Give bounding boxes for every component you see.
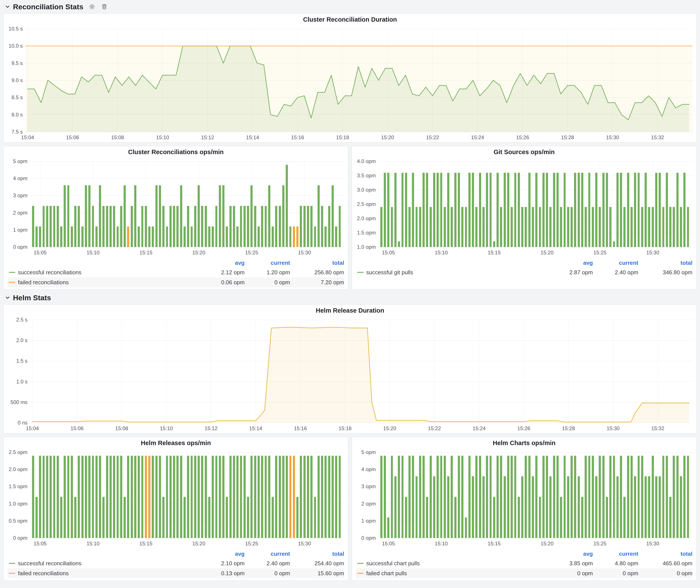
cluster-reconciliation-duration-svg[interactable]: 15:0415:0615:0815:1015:1215:1415:1615:18… — [4, 25, 696, 142]
helm-release-duration-svg[interactable]: 15:0415:0615:0815:1015:1215:1415:1615:18… — [4, 316, 696, 433]
svg-text:15:06: 15:06 — [71, 425, 84, 431]
svg-text:3 opm: 3 opm — [361, 483, 376, 489]
series-color-dash — [357, 563, 364, 564]
svg-text:15:16: 15:16 — [291, 134, 304, 140]
legend-total-value: 254.40 opm — [290, 560, 344, 567]
panel-helm-charts-opm: Helm Charts ops/min 15:0515:1015:1515:20… — [352, 437, 697, 581]
panel-title[interactable]: Helm Charts ops/min — [352, 437, 696, 449]
svg-text:1.5 opm: 1.5 opm — [9, 483, 27, 489]
legend-avg-value: 0.06 opm — [197, 279, 245, 286]
legend-series-label[interactable]: successful reconciliations — [18, 560, 81, 567]
svg-text:2.5 opm: 2.5 opm — [9, 449, 27, 455]
chart-helm-releases-opm[interactable]: 15:0515:1015:1515:2015:2515:300 opm0.5 o… — [4, 449, 348, 548]
trash-icon[interactable] — [101, 3, 108, 10]
legend-series-label[interactable]: failed reconciliations — [18, 279, 69, 286]
chart-cluster-reconciliations-opm[interactable]: 15:0515:1015:1515:2015:2515:300 opm1 opm… — [4, 158, 348, 257]
svg-text:9.5 s: 9.5 s — [11, 60, 23, 66]
helm-charts-opm-svg[interactable]: 15:0515:1015:1515:2015:2515:300 opm1 opm… — [352, 449, 696, 548]
panel-title[interactable]: Cluster Reconciliation Duration — [4, 14, 696, 25]
svg-text:15:08: 15:08 — [111, 134, 124, 140]
chart-git-sources-opm[interactable]: 15:0515:1015:1515:2015:2515:301.0 opm1.5… — [352, 158, 696, 257]
chart-cluster-reconciliation-duration[interactable]: 15:0415:0615:0815:1015:1215:1415:1615:18… — [4, 25, 696, 142]
legend-series-label[interactable]: successful reconciliations — [18, 269, 81, 276]
legend-total-value: 15.60 opm — [290, 570, 344, 577]
svg-text:15:10: 15:10 — [156, 134, 169, 140]
legend-sort-avg[interactable]: avg — [197, 551, 245, 557]
svg-text:2 opm: 2 opm — [361, 501, 376, 507]
legend-avg-value: 0.13 opm — [197, 570, 245, 577]
gear-icon[interactable] — [88, 3, 96, 11]
legend-sort-current[interactable]: current — [593, 551, 638, 557]
legend-sort-avg[interactable]: avg — [545, 260, 593, 266]
panel-cluster-reconciliations-opm: Cluster Reconciliations ops/min 15:0515:… — [3, 146, 348, 290]
legend-header-row: avg current total — [356, 258, 692, 267]
svg-text:4 opm: 4 opm — [13, 175, 27, 181]
section-header-reconciliation-stats[interactable]: Reconciliation Stats — [3, 0, 697, 13]
panel-helm-releases-opm: Helm Releases ops/min 15:0515:1015:1515:… — [3, 437, 348, 581]
helm-releases-opm-svg[interactable]: 15:0515:1015:1515:2015:2515:300 opm0.5 o… — [4, 449, 348, 548]
svg-text:3.0 opm: 3.0 opm — [357, 187, 376, 193]
legend-series-label[interactable]: failed chart pulls — [366, 570, 407, 577]
legend-sort-avg[interactable]: avg — [545, 551, 593, 557]
svg-text:15:28: 15:28 — [562, 425, 575, 431]
svg-text:1.5 opm: 1.5 opm — [357, 230, 376, 236]
legend-series-label[interactable]: failed reconciliations — [18, 570, 69, 577]
svg-text:15:28: 15:28 — [561, 134, 574, 140]
legend-sort-total[interactable]: total — [638, 551, 692, 557]
svg-text:1.0 s: 1.0 s — [16, 379, 27, 384]
svg-text:15:18: 15:18 — [339, 425, 352, 431]
panel-title[interactable]: Git Sources ops/min — [352, 146, 696, 158]
series-color-dash — [9, 573, 15, 574]
git-sources-opm-svg[interactable]: 15:0515:1015:1515:2015:2515:301.0 opm1.5… — [352, 158, 696, 257]
legend-header-row: avg current total — [356, 549, 692, 558]
legend-sort-current[interactable]: current — [593, 260, 638, 266]
chart-helm-release-duration[interactable]: 15:0415:0615:0815:1015:1215:1415:1615:18… — [4, 316, 696, 433]
legend-sort-total[interactable]: total — [290, 551, 344, 557]
svg-text:15:30: 15:30 — [607, 425, 620, 431]
svg-text:15:25: 15:25 — [245, 250, 258, 255]
legend-series-label[interactable]: successful chart pulls — [366, 560, 420, 567]
legend-avg-value: 2.87 opm — [545, 269, 593, 276]
svg-text:2.0 opm: 2.0 opm — [9, 466, 27, 472]
svg-text:3 opm: 3 opm — [13, 192, 27, 198]
legend-sort-avg[interactable]: avg — [197, 260, 245, 266]
legend-sort-total[interactable]: total — [290, 260, 344, 266]
svg-text:15:15: 15:15 — [139, 250, 152, 255]
section-header-helm-stats[interactable]: Helm Stats — [3, 291, 697, 304]
svg-text:15:05: 15:05 — [34, 541, 47, 546]
panel-title[interactable]: Helm Releases ops/min — [4, 437, 348, 449]
svg-text:15:32: 15:32 — [651, 425, 664, 431]
svg-text:1.0 opm: 1.0 opm — [9, 501, 27, 507]
svg-text:15:14: 15:14 — [249, 425, 262, 431]
legend-sort-current[interactable]: current — [245, 551, 290, 557]
legend-sort-current[interactable]: current — [245, 260, 290, 266]
svg-text:15:06: 15:06 — [66, 134, 79, 140]
svg-text:2.0 opm: 2.0 opm — [357, 215, 376, 221]
legend-current-value: 1.20 opm — [245, 269, 290, 276]
svg-text:10.0 s: 10.0 s — [9, 43, 23, 49]
svg-text:1 opm: 1 opm — [361, 518, 376, 524]
svg-text:2 opm: 2 opm — [13, 210, 27, 216]
svg-text:2.5 opm: 2.5 opm — [357, 201, 376, 207]
panel-title[interactable]: Cluster Reconciliations ops/min — [4, 146, 348, 158]
panel-title[interactable]: Helm Release Duration — [4, 305, 696, 316]
svg-text:15:30: 15:30 — [646, 250, 659, 255]
svg-text:500 ms: 500 ms — [10, 399, 27, 405]
section-title[interactable]: Helm Stats — [13, 294, 51, 302]
legend-avg-value: 3.85 opm — [545, 560, 593, 567]
cluster-reconciliations-opm-svg[interactable]: 15:0515:1015:1515:2015:2515:300 opm1 opm… — [4, 158, 348, 257]
svg-text:15:12: 15:12 — [201, 134, 214, 140]
svg-text:15:24: 15:24 — [473, 425, 485, 431]
legend-sort-total[interactable]: total — [638, 260, 692, 266]
svg-text:0 opm: 0 opm — [13, 244, 27, 250]
svg-text:15:04: 15:04 — [26, 425, 39, 431]
svg-text:3.5 opm: 3.5 opm — [357, 173, 376, 178]
panel-cluster-reconciliation-duration: Cluster Reconciliation Duration 15:0415:… — [3, 13, 697, 142]
chevron-down-icon — [5, 295, 10, 300]
legend-series-label[interactable]: successful git pulls — [366, 269, 413, 276]
series-color-dash — [9, 272, 15, 273]
legend-cluster-reconciliations: avg current total successful reconciliat… — [4, 257, 348, 289]
chart-helm-charts-opm[interactable]: 15:0515:1015:1515:2015:2515:300 opm1 opm… — [352, 449, 696, 548]
section-title[interactable]: Reconciliation Stats — [13, 3, 83, 11]
svg-text:4 opm: 4 opm — [361, 466, 376, 472]
